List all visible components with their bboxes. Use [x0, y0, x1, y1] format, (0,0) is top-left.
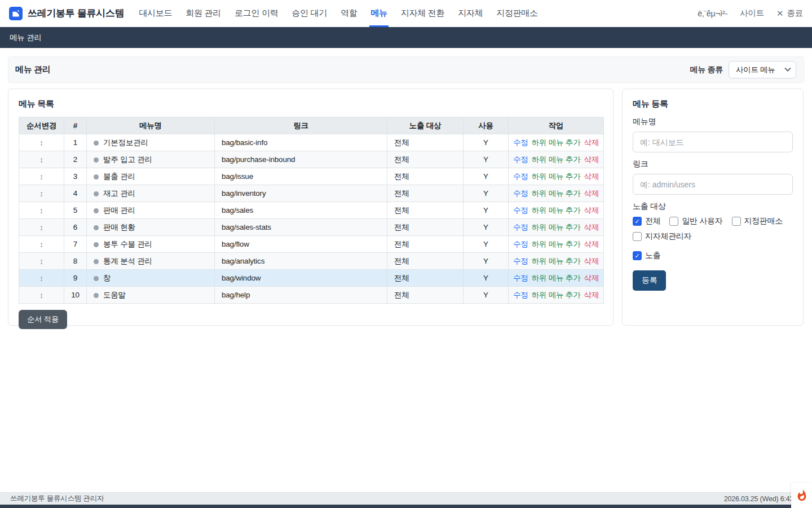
edit-link[interactable]: 수정 [513, 189, 528, 198]
drag-handle-icon[interactable]: ↕ [39, 240, 43, 249]
checkbox-all[interactable]: ✓전체 [633, 216, 660, 226]
use-cell: Y [464, 168, 509, 185]
footer: 쓰레기봉투 물류시스템 관리자 2026.03.25 (Wed) 6:43:43 [0, 492, 812, 505]
apply-order-button[interactable]: 순서 적용 [19, 310, 67, 329]
link-cell: bag/flow [215, 236, 387, 253]
menu-table: 순서변경#메뉴명링크노출 대상사용작업 ↕1기본정보관리bag/basic-in… [19, 117, 604, 304]
add-submenu-link[interactable]: 하위 메뉴 추가 [532, 240, 581, 248]
menu-type-select[interactable]: 사이트 메뉴 [729, 61, 796, 78]
menu-name-input[interactable] [633, 132, 793, 152]
debug-toolbar-strip[interactable] [0, 505, 812, 508]
delete-link[interactable]: 삭제 [584, 240, 599, 248]
menu-name-cell: 판매 관리 [87, 202, 215, 219]
drag-handle-icon[interactable]: ↕ [39, 155, 43, 164]
nav-item-org[interactable]: 지자체 [451, 0, 489, 27]
use-cell: Y [464, 236, 509, 253]
debug-toolbar-toggle[interactable] [791, 483, 812, 508]
drag-handle-icon[interactable]: ↕ [39, 274, 43, 283]
target-cell: 전체 [387, 236, 464, 253]
delete-link[interactable]: 삭제 [584, 138, 599, 147]
add-submenu-link[interactable]: 하위 메뉴 추가 [532, 138, 581, 147]
nav-item-roles[interactable]: 역할 [334, 0, 364, 27]
nav-item-members[interactable]: 회원 관리 [179, 0, 228, 27]
delete-link[interactable]: 삭제 [584, 223, 599, 231]
nav-item-org-switch[interactable]: 지자체 전환 [394, 0, 451, 27]
drag-handle-icon[interactable]: ↕ [39, 138, 43, 147]
link-input[interactable] [633, 174, 793, 195]
row-number: 5 [64, 202, 87, 219]
target-cell: 전체 [387, 202, 464, 219]
checkbox-checked-icon: ✓ [633, 251, 642, 260]
checkbox-designated-store[interactable]: 지정판매소 [732, 216, 783, 226]
menu-name-cell: 봉투 수불 관리 [87, 236, 215, 253]
edit-link[interactable]: 수정 [513, 291, 528, 299]
edit-link[interactable]: 수정 [513, 172, 528, 181]
site-link[interactable]: 사이트 [740, 8, 764, 19]
add-submenu-link[interactable]: 하위 메뉴 추가 [532, 257, 581, 265]
target-cell: 전체 [387, 134, 464, 151]
checkbox-checked-icon: ✓ [633, 217, 642, 226]
add-submenu-link[interactable]: 하위 메뉴 추가 [532, 189, 581, 198]
page-title: 메뉴 관리 [10, 33, 42, 43]
delete-link[interactable]: 삭제 [584, 172, 599, 181]
row-number: 6 [64, 219, 87, 236]
target-cell: 전체 [387, 168, 464, 185]
menu-type-control: 메뉴 종류 사이트 메뉴 [690, 61, 796, 78]
edit-link[interactable]: 수정 [513, 138, 528, 147]
checkbox-label: 일반 사용자 [682, 216, 722, 226]
add-submenu-link[interactable]: 하위 메뉴 추가 [532, 223, 581, 231]
edit-link[interactable]: 수정 [513, 274, 528, 282]
nav-item-stores[interactable]: 지정판매소 [489, 0, 545, 27]
link-label: 링크 [633, 159, 793, 169]
add-submenu-link[interactable]: 하위 메뉴 추가 [532, 291, 581, 299]
edit-link[interactable]: 수정 [513, 257, 528, 265]
nav-item-dashboard[interactable]: 대시보드 [132, 0, 179, 27]
use-cell: Y [464, 219, 509, 236]
register-button[interactable]: 등록 [633, 270, 666, 291]
column-header: 메뉴명 [87, 117, 215, 134]
checkbox-expose[interactable]: ✓ 노출 [633, 251, 793, 261]
drag-handle-icon[interactable]: ↕ [39, 291, 43, 300]
expose-label: 노출 [645, 251, 660, 261]
delete-link[interactable]: 삭제 [584, 189, 599, 198]
checkbox-org-admin[interactable]: 지자체관리자 [633, 231, 691, 242]
target-cell: 전체 [387, 185, 464, 202]
add-submenu-link[interactable]: 하위 메뉴 추가 [532, 155, 581, 164]
link-cell: bag/help [215, 287, 387, 304]
column-header: 순서변경 [19, 117, 64, 134]
link-cell: bag/purchase-inbound [215, 151, 387, 168]
add-submenu-link[interactable]: 하위 메뉴 추가 [532, 206, 581, 214]
drag-handle-icon[interactable]: ↕ [39, 223, 43, 232]
add-submenu-link[interactable]: 하위 메뉴 추가 [532, 274, 581, 282]
logout-link[interactable]: ✕ 종료 [776, 8, 803, 19]
drag-handle-icon[interactable]: ↕ [39, 257, 43, 266]
checkbox-unchecked-icon [732, 217, 741, 226]
delete-link[interactable]: 삭제 [584, 155, 599, 164]
checkbox-general-user[interactable]: 일반 사용자 [669, 216, 722, 226]
edit-link[interactable]: 수정 [513, 206, 528, 214]
add-submenu-link[interactable]: 하위 메뉴 추가 [532, 172, 581, 181]
drag-handle-icon[interactable]: ↕ [39, 172, 43, 181]
nav-item-menu[interactable]: 메뉴 [364, 0, 394, 27]
bullet-icon [94, 157, 99, 163]
delete-link[interactable]: 삭제 [584, 274, 599, 282]
menu-name-cell: 불출 관리 [87, 168, 215, 185]
nav-item-approval-wait[interactable]: 승인 대기 [285, 0, 334, 27]
link-cell: bag/sales-stats [215, 219, 387, 236]
edit-link[interactable]: 수정 [513, 240, 528, 248]
table-row: ↕10도움말bag/help전체Y수정하위 메뉴 추가삭제 [19, 287, 604, 304]
delete-link[interactable]: 삭제 [584, 206, 599, 214]
edit-link[interactable]: 수정 [513, 223, 528, 231]
nav-item-login-history[interactable]: 로그인 이력 [228, 0, 285, 27]
drag-handle-icon[interactable]: ↕ [39, 206, 43, 215]
nav-right: ë‚¨êµ¬ì²- 사이트 ✕ 종료 [698, 8, 803, 19]
column-header: 링크 [215, 117, 387, 134]
drag-handle-icon[interactable]: ↕ [39, 189, 43, 198]
table-row: ↕1기본정보관리bag/basic-info전체Y수정하위 메뉴 추가삭제 [19, 134, 604, 151]
row-number: 4 [64, 185, 87, 202]
delete-link[interactable]: 삭제 [584, 291, 599, 299]
target-label: 노출 대상 [633, 202, 793, 212]
delete-link[interactable]: 삭제 [584, 257, 599, 265]
target-cell: 전체 [387, 151, 464, 168]
edit-link[interactable]: 수정 [513, 155, 528, 164]
